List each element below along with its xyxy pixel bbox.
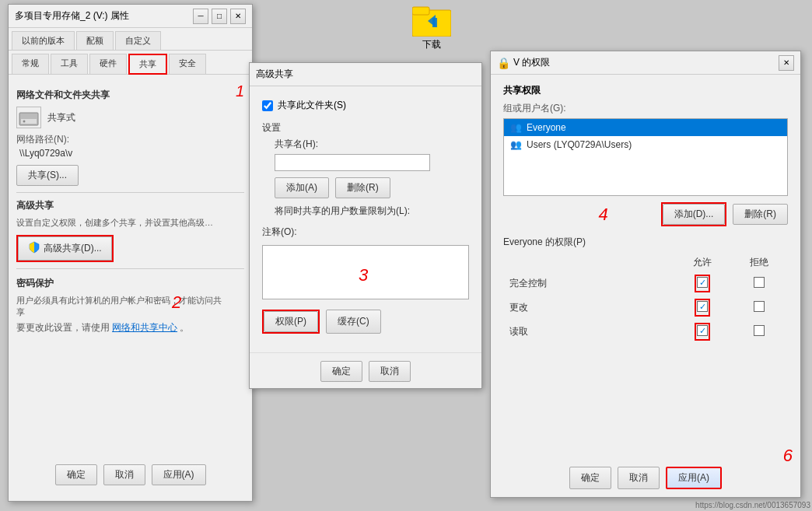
perm-deny-change bbox=[731, 296, 788, 320]
deny-change-checkbox[interactable] bbox=[754, 301, 765, 312]
perm-name-full-control: 完全控制 bbox=[503, 271, 674, 296]
password-section: 密码保护 用户必须具有此计算机的用户帐户和密码，才能访问共享 要更改此设置，请使… bbox=[16, 277, 244, 334]
adv-bottom-btns: 确定 取消 bbox=[250, 352, 481, 390]
adv-content: 共享此文件夹(S) 设置 共享名(H): V 添加(A) 删除(R) 将同时共享… bbox=[250, 86, 481, 352]
perm-name-change: 更改 bbox=[503, 296, 674, 320]
perm-ok-btn[interactable]: 确定 bbox=[569, 467, 611, 489]
props-title: 多项目专用存储_2 (V:) 属性 bbox=[15, 9, 129, 23]
allow-change-wrapper bbox=[695, 299, 710, 317]
props-apply-btn[interactable]: 应用(A) bbox=[152, 464, 206, 485]
deny-read-checkbox[interactable] bbox=[754, 325, 765, 336]
share-folder-checkbox[interactable] bbox=[262, 100, 273, 111]
perm-col-deny: 拒绝 bbox=[731, 254, 788, 271]
table-row: 完全控制 bbox=[503, 271, 788, 296]
adv-share-section: 高级共享 设置自定义权限，创建多个共享，并设置其他高级共享选 高级共享(D)..… bbox=[16, 199, 244, 262]
share-name-input[interactable]: V bbox=[275, 154, 430, 171]
share-folder-row: 共享此文件夹(S) bbox=[262, 99, 469, 112]
props-close-btn[interactable]: ✕ bbox=[230, 9, 246, 24]
perm-bottom-btns: 确定 取消 应用(A) bbox=[491, 467, 800, 489]
perm-titlebar: 🔒 V 的权限 ✕ bbox=[491, 51, 800, 75]
adv-ok-btn[interactable]: 确定 bbox=[320, 361, 362, 382]
network-share-title: 网络文件和文件夹共享 bbox=[16, 89, 244, 102]
perm-table-title: Everyone 的权限(P) bbox=[503, 236, 788, 249]
adv-cancel-btn[interactable]: 取消 bbox=[369, 361, 411, 382]
svg-point-6 bbox=[23, 121, 26, 123]
limit-label: 将同时共享的用户数量限制为(L): bbox=[275, 205, 469, 218]
perm-col-allow: 允许 bbox=[674, 254, 731, 271]
properties-window: 多项目专用存储_2 (V:) 属性 ─ □ ✕ 以前的版本 配额 自定义 常规 … bbox=[8, 4, 253, 502]
tab-tools[interactable]: 工具 bbox=[51, 54, 88, 74]
table-row: 读取 bbox=[503, 320, 788, 344]
network-sharing-center-link[interactable]: 网络和共享中心 bbox=[112, 322, 177, 333]
perm-close-btn[interactable]: ✕ bbox=[779, 55, 794, 71]
comment-section: 注释(O): bbox=[262, 226, 469, 302]
remove-user-btn[interactable]: 删除(R) bbox=[733, 204, 788, 225]
perm-title-suffix: 的权限(P) bbox=[545, 236, 586, 247]
perm-deny-full-control bbox=[731, 271, 788, 296]
group-label: 组或用户名(G): bbox=[503, 102, 788, 115]
adv-sharing-window: 高级共享 共享此文件夹(S) 设置 共享名(H): V 添加(A) 删除(R) … bbox=[249, 62, 482, 389]
perm-col-name bbox=[503, 254, 674, 271]
perm-cache-row: 权限(P) 缓存(C) bbox=[262, 310, 469, 334]
comment-textarea[interactable] bbox=[262, 245, 469, 299]
user-list-item-everyone[interactable]: 👥 Everyone bbox=[504, 119, 787, 136]
add-user-btn[interactable]: 添加(D)... bbox=[663, 204, 726, 225]
comment-label: 注释(O): bbox=[262, 226, 469, 239]
table-row: 更改 bbox=[503, 296, 788, 320]
share-btn[interactable]: 共享(S)... bbox=[16, 165, 79, 186]
remove-share-btn[interactable]: 删除(R) bbox=[335, 177, 390, 198]
add-share-btn[interactable]: 添加(A) bbox=[275, 177, 329, 198]
perm-apply-btn[interactable]: 应用(A) bbox=[666, 467, 722, 489]
adv-share-btn-label: 高级共享(D)... bbox=[44, 242, 102, 255]
tab-security[interactable]: 安全 bbox=[169, 54, 206, 74]
svg-rect-1 bbox=[412, 7, 429, 15]
perm-allow-read bbox=[674, 320, 731, 344]
settings-title: 设置 bbox=[262, 121, 469, 135]
shield-icon bbox=[28, 241, 40, 256]
perm-title-icon: 🔒 bbox=[497, 57, 510, 69]
users-label: Users (LYQ0729A\Users) bbox=[527, 139, 632, 150]
user-list: 👥 Everyone 👥 Users (LYQ0729A\Users) bbox=[503, 118, 788, 196]
props-cancel-btn[interactable]: 取消 bbox=[103, 464, 145, 485]
drive-icon bbox=[16, 107, 41, 128]
folder-icon bbox=[412, 4, 451, 37]
cache-btn[interactable]: 缓存(C) bbox=[326, 310, 381, 334]
perm-action-row: 4 添加(D)... 删除(R) bbox=[503, 202, 788, 226]
deny-full-control-checkbox[interactable] bbox=[754, 277, 765, 288]
allow-change-checkbox[interactable] bbox=[697, 301, 708, 312]
adv-share-btn[interactable]: 高级共享(D)... bbox=[18, 236, 112, 261]
allow-full-control-wrapper bbox=[695, 275, 710, 292]
adv-share-title: 高级共享 bbox=[16, 199, 244, 212]
everyone-label: Everyone bbox=[527, 122, 566, 133]
allow-read-wrapper bbox=[695, 323, 710, 341]
share-name-label: 共享名(H): bbox=[275, 138, 469, 151]
props-maximize-btn[interactable]: □ bbox=[212, 9, 227, 24]
share-perm-title: 共享权限 bbox=[503, 84, 788, 97]
add-user-btn-wrapper: 添加(D)... bbox=[661, 202, 727, 226]
divider2 bbox=[16, 268, 244, 269]
tab-general[interactable]: 常规 bbox=[12, 54, 49, 74]
perm-deny-read bbox=[731, 320, 788, 344]
tab-share[interactable]: 共享 bbox=[128, 54, 167, 75]
share-folder-label: 共享此文件夹(S) bbox=[278, 99, 346, 112]
props-minimize-btn[interactable]: ─ bbox=[193, 9, 208, 24]
permissions-window: 🔒 V 的权限 ✕ 共享权限 组或用户名(G): 👥 Everyone 👥 Us… bbox=[490, 51, 801, 498]
tab-quota[interactable]: 配额 bbox=[76, 31, 114, 50]
perm-title-prefix: Everyone bbox=[503, 236, 543, 247]
tab-customize[interactable]: 自定义 bbox=[115, 31, 161, 50]
perm-title-area: 🔒 V 的权限 bbox=[497, 56, 550, 69]
user-list-item-users[interactable]: 👥 Users (LYQ0729A\Users) bbox=[504, 136, 787, 153]
permissions-btn[interactable]: 权限(P) bbox=[264, 311, 318, 332]
allow-read-checkbox[interactable] bbox=[697, 325, 708, 336]
tab-hardware[interactable]: 硬件 bbox=[89, 54, 127, 74]
network-path-value: \\Lyq0729a\v bbox=[19, 148, 244, 159]
allow-full-control-checkbox[interactable] bbox=[697, 277, 708, 288]
network-share-section: 网络文件和文件夹共享 共享式 网络路径(N): \\Lyq0729a\v 共享(… bbox=[16, 89, 244, 186]
adv-title: 高级共享 bbox=[256, 68, 293, 81]
permissions-btn-wrapper: 权限(P) bbox=[262, 310, 320, 334]
password-desc: 用户必须具有此计算机的用户帐户和密码，才能访问共享 bbox=[16, 295, 226, 318]
tab-previous-versions[interactable]: 以前的版本 bbox=[12, 31, 75, 50]
perm-cancel-btn[interactable]: 取消 bbox=[618, 467, 660, 489]
props-ok-btn[interactable]: 确定 bbox=[55, 464, 97, 485]
drive-share-row: 共享式 bbox=[16, 107, 244, 128]
